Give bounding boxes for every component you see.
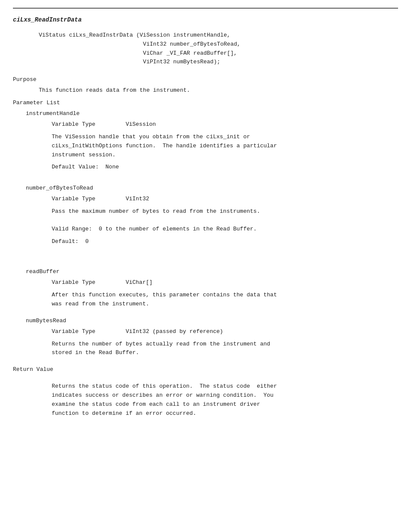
page-content: ciLxs_ReadInstrData ViStatus ciLxs_ReadI… bbox=[0, 9, 411, 435]
param-name-readBuffer: readBuffer bbox=[26, 268, 398, 275]
param-desc-readBuffer: After this function executes, this param… bbox=[52, 291, 375, 309]
param-vartype-numBytesRead: Variable Type ViInt32 (passed by referen… bbox=[52, 327, 398, 336]
signature-block: ViStatus ciLxs_ReadInstrData (ViSession … bbox=[39, 31, 398, 67]
param-vartype-numberOfBytesToRead: Variable Type ViInt32 bbox=[52, 195, 398, 204]
param-desc-numberOfBytesToRead: Pass the maximum number of bytes to read… bbox=[52, 207, 375, 216]
param-validrange-numberOfBytesToRead: Valid Range: 0 to the number of elements… bbox=[52, 225, 398, 234]
param-name-numBytesRead: numBytesRead bbox=[26, 317, 398, 324]
purpose-label: Purpose bbox=[13, 76, 398, 83]
param-vartype-readBuffer: Variable Type ViChar[] bbox=[52, 278, 398, 287]
return-value-text: Returns the status code of this operatio… bbox=[52, 382, 375, 418]
param-list-label: Parameter List bbox=[13, 100, 398, 106]
param-desc-instrumentHandle: The ViSession handle that you obtain fro… bbox=[52, 133, 375, 159]
param-desc-numBytesRead: Returns the number of bytes actually rea… bbox=[52, 340, 375, 358]
param-default-numberOfBytesToRead: Default: 0 bbox=[52, 237, 398, 246]
purpose-text: This function reads data from the instru… bbox=[39, 87, 398, 93]
return-value-label: Return Value bbox=[13, 366, 398, 373]
param-default-instrumentHandle: Default Value: None bbox=[52, 163, 398, 172]
param-name-instrumentHandle: instrumentHandle bbox=[26, 110, 398, 117]
param-name-numberOfBytesToRead: number_ofBytesToRead bbox=[26, 185, 398, 191]
func-title: ciLxs_ReadInstrData bbox=[13, 16, 398, 23]
param-vartype-instrumentHandle: Variable Type ViSession bbox=[52, 120, 398, 129]
